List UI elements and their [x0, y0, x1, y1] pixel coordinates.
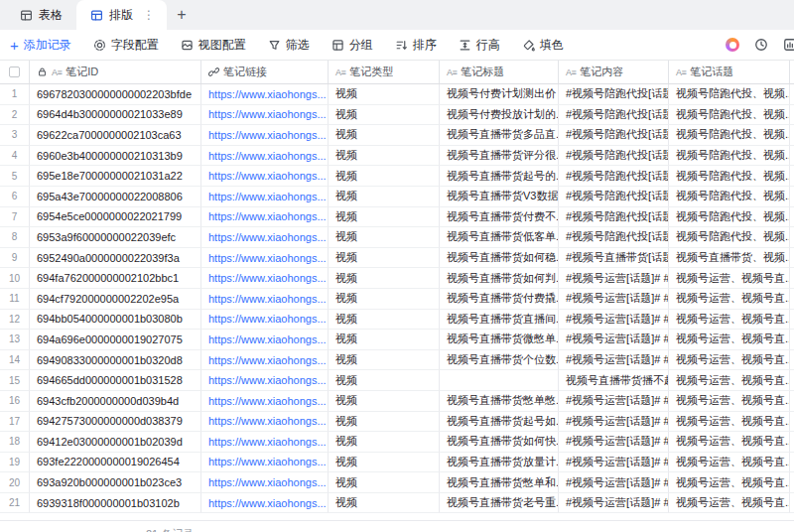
- cell-note-topic[interactable]: 视频号陪跑代投、视频...: [669, 125, 790, 146]
- cell-note-title[interactable]: 视频号直播带货个位数...: [440, 350, 559, 371]
- cell-note-topic[interactable]: 视频号运营、视频号直...: [669, 453, 790, 473]
- tab-table[interactable]: 表格: [6, 0, 76, 30]
- fill-color-button[interactable]: 填色: [522, 37, 564, 54]
- cell-note-link[interactable]: https://www.xiaohongs...: [201, 248, 329, 269]
- cell-note-link[interactable]: https://www.xiaohongs...: [201, 453, 329, 473]
- field-config-button[interactable]: 字段配置: [93, 37, 159, 54]
- cell-note-id[interactable]: 69412e03000000001b02039d: [30, 432, 201, 453]
- row-number[interactable]: 14: [0, 350, 30, 371]
- cell-note-title[interactable]: 视频号直播带货憋单和...: [440, 472, 559, 493]
- cell-note-type[interactable]: 视频: [329, 391, 440, 412]
- cell-note-type[interactable]: 视频: [329, 146, 440, 167]
- cell-note-link[interactable]: https://www.xiaohongs...: [201, 432, 329, 453]
- cell-note-title[interactable]: 视频号付费投放计划的...: [440, 105, 559, 126]
- cell-note-topic[interactable]: 视频号运营、视频号直...: [669, 289, 790, 310]
- cell-note-topic[interactable]: 视频号陪跑代投、视频...: [669, 227, 790, 248]
- row-number[interactable]: 9: [0, 248, 30, 269]
- add-row-strip[interactable]: [0, 513, 794, 521]
- cell-note-id[interactable]: 695a43e70000000022008806: [30, 187, 201, 207]
- cell-note-content[interactable]: #视频号运营[话题]# #...: [559, 330, 669, 350]
- cell-note-id[interactable]: 694fa762000000002102bbc1: [30, 268, 201, 289]
- cell-note-id[interactable]: 6960e3b400000000210313b9: [30, 146, 201, 167]
- add-record-button[interactable]: + 添加记录: [10, 37, 71, 54]
- cell-note-link[interactable]: https://www.xiaohongs...: [201, 350, 329, 371]
- cell-note-title[interactable]: 视频号直播带货多品直...: [440, 125, 559, 146]
- row-number[interactable]: 20: [0, 472, 30, 493]
- cell-note-type[interactable]: 视频: [329, 227, 440, 248]
- select-all-checkbox[interactable]: [9, 66, 20, 77]
- cell-note-title[interactable]: 视频号直播带货评分很...: [440, 146, 559, 167]
- cell-note-content[interactable]: #视频号运营[话题]# #...: [559, 432, 669, 453]
- tab-more-icon[interactable]: ⋮: [139, 8, 159, 22]
- cell-note-id[interactable]: 6953a9f60000000022039efc: [30, 227, 201, 248]
- cell-note-content[interactable]: #视频号陪跑代投[话题]...: [559, 84, 669, 105]
- cell-note-link[interactable]: https://www.xiaohongs...: [201, 207, 329, 228]
- column-header-note-title[interactable]: A≡ 笔记标题: [440, 61, 559, 83]
- group-button[interactable]: 分组: [331, 37, 373, 54]
- cell-note-content[interactable]: #视频号运营[话题]# #...: [559, 350, 669, 371]
- row-number[interactable]: 17: [0, 412, 30, 433]
- cell-note-id[interactable]: 694cf792000000002202e95a: [30, 289, 201, 310]
- cell-note-title[interactable]: 视频号直播带货如何稳...: [440, 248, 559, 269]
- cell-note-content[interactable]: #视频号运营[话题]# #...: [559, 453, 669, 473]
- cell-note-title[interactable]: 视频号直播带货微憋单...: [440, 330, 559, 350]
- cell-note-content[interactable]: #视频号陪跑代投[话题]...: [559, 187, 669, 207]
- row-height-button[interactable]: 行高: [459, 37, 500, 54]
- tab-layout[interactable]: 排版 ⋮: [76, 0, 167, 30]
- row-number[interactable]: 18: [0, 432, 30, 453]
- cell-note-content[interactable]: #视频号运营[话题]# #...: [559, 268, 669, 289]
- cell-note-title[interactable]: 视频号直播带货如何快...: [440, 432, 559, 453]
- cell-note-link[interactable]: https://www.xiaohongs...: [201, 125, 329, 146]
- row-number[interactable]: 19: [0, 453, 30, 473]
- cell-note-title[interactable]: 视频号直播带货直播间...: [440, 310, 559, 331]
- cell-note-type[interactable]: 视频: [329, 207, 440, 228]
- cell-note-type[interactable]: 视频: [329, 187, 440, 207]
- cell-note-topic[interactable]: 视频号陪跑代投、视频...: [669, 146, 790, 167]
- cell-note-topic[interactable]: 视频号陪跑代投、视频...: [669, 105, 790, 126]
- cell-note-content[interactable]: #视频号运营[话题]# #...: [559, 472, 669, 493]
- cell-note-link[interactable]: https://www.xiaohongs...: [201, 310, 329, 331]
- row-number[interactable]: 11: [0, 289, 30, 310]
- cell-note-content[interactable]: #视频号陪跑代投[话题]...: [559, 207, 669, 228]
- cell-note-link[interactable]: https://www.xiaohongs...: [201, 370, 329, 391]
- row-number[interactable]: 12: [0, 310, 30, 331]
- chart-widget-icon[interactable]: [783, 38, 794, 52]
- cell-note-link[interactable]: https://www.xiaohongs...: [201, 166, 329, 187]
- cell-note-content[interactable]: #视频号陪跑代投[话题]...: [559, 166, 669, 187]
- column-header-note-content[interactable]: A≡ 笔记内容: [559, 61, 669, 83]
- cell-note-type[interactable]: 视频: [329, 432, 440, 453]
- cell-note-id[interactable]: 694a696e0000000019027075: [30, 330, 201, 350]
- cell-note-id[interactable]: 6939318f000000001b03102b: [30, 493, 201, 514]
- cell-note-content[interactable]: #视频号运营[话题]# #...: [559, 493, 669, 514]
- cell-note-topic[interactable]: 视频号陪跑代投、视频...: [669, 84, 790, 105]
- cell-note-type[interactable]: 视频: [329, 370, 440, 391]
- row-number[interactable]: 8: [0, 227, 30, 248]
- cell-note-type[interactable]: 视频: [329, 453, 440, 473]
- cell-note-link[interactable]: https://www.xiaohongs...: [201, 412, 329, 433]
- cell-note-type[interactable]: 视频: [329, 493, 440, 514]
- row-number[interactable]: 21: [0, 493, 30, 514]
- cell-note-type[interactable]: 视频: [329, 350, 440, 371]
- cell-note-content[interactable]: #视频号运营[话题]# #...: [559, 391, 669, 412]
- cell-note-topic[interactable]: 视频号陪跑代投、视频...: [669, 207, 790, 228]
- cell-note-topic[interactable]: 视频号运营、视频号直...: [669, 310, 790, 331]
- cell-note-title[interactable]: 视频号付费计划测出价: [440, 84, 559, 105]
- add-sheet-button[interactable]: +: [167, 0, 197, 30]
- cell-note-id[interactable]: 6943cfb2000000000d039b4d: [30, 391, 201, 412]
- cell-note-link[interactable]: https://www.xiaohongs...: [201, 330, 329, 350]
- cell-note-content[interactable]: 视频号直播带货播不起...: [559, 370, 669, 391]
- row-number[interactable]: 4: [0, 146, 30, 167]
- cell-note-topic[interactable]: 视频号运营、视频号直...: [669, 472, 790, 493]
- cell-note-id[interactable]: 6964d4b30000000021033e89: [30, 105, 201, 126]
- cell-note-topic[interactable]: 视频号运营、视频号直...: [669, 493, 790, 514]
- cell-note-content[interactable]: #视频号运营[话题]# #...: [559, 310, 669, 331]
- cell-note-title[interactable]: 视频号直播带货老号重...: [440, 493, 559, 514]
- cell-note-topic[interactable]: 视频号运营、视频号直...: [669, 268, 790, 289]
- cell-note-title[interactable]: 视频号直播带货低客单...: [440, 227, 559, 248]
- view-config-button[interactable]: 视图配置: [181, 37, 246, 54]
- cell-note-type[interactable]: 视频: [329, 472, 440, 493]
- cell-note-title[interactable]: 视频号直播带货付费撬...: [440, 289, 559, 310]
- column-header-note-link[interactable]: 笔记链接: [201, 61, 329, 83]
- row-number[interactable]: 13: [0, 330, 30, 350]
- cell-note-link[interactable]: https://www.xiaohongs...: [201, 289, 329, 310]
